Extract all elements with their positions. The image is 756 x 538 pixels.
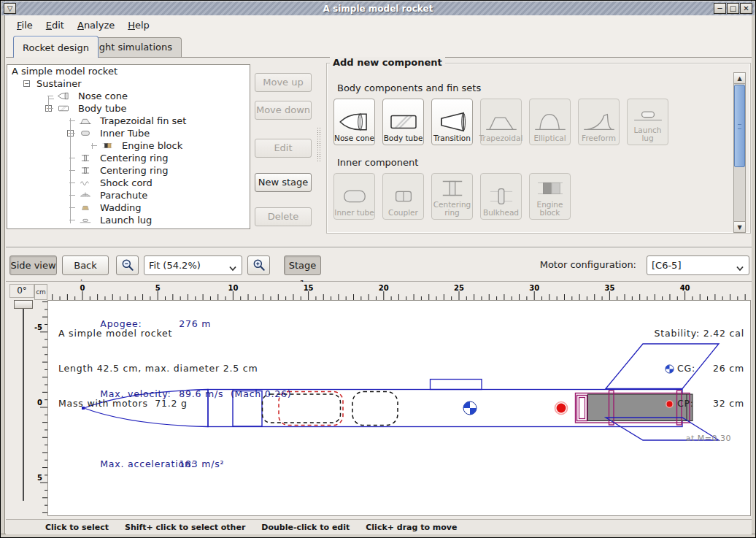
side-view-button[interactable]: Side view — [9, 255, 57, 275]
application-window: A simple model rocket ▽ ─□✕ FileEditAnal… — [0, 0, 756, 538]
component-tree-rows: − A simple model rocket − Sustainer − N — [7, 65, 250, 226]
component-button[interactable]: Trapezoidal — [480, 99, 522, 145]
scroll-up-icon[interactable]: ▲ — [734, 73, 745, 84]
component-button[interactable]: Bulkhead — [480, 173, 522, 220]
launch-lug-icon — [76, 215, 95, 225]
window-control-button[interactable]: □ — [727, 3, 739, 14]
collapse-icon[interactable]: − — [23, 80, 30, 87]
edit-button[interactable]: Edit — [255, 139, 312, 158]
cp-row: CP: 32 cm — [655, 398, 744, 410]
scrollbar-thumb[interactable] — [734, 85, 745, 167]
menu-item[interactable]: File — [12, 18, 38, 33]
tab-rocket-design[interactable]: Rocket design — [13, 36, 99, 58]
status-bar: Click to selectShift+ click to select ot… — [6, 519, 752, 534]
inner-tube-icon — [76, 128, 95, 138]
motor-configuration-value: [C6-5] — [652, 260, 736, 271]
component-button[interactable]: Nose cone — [333, 99, 375, 145]
rotation-angle-value: 0° — [9, 284, 34, 298]
window-menu-icon[interactable]: ▽ — [4, 3, 16, 14]
tree-item[interactable]: − Sustainer — [7, 77, 250, 90]
component-button[interactable]: Coupler — [382, 173, 424, 220]
tree-item[interactable]: − Shock cord — [7, 177, 250, 189]
menu-bar: FileEditAnalyzeHelp — [6, 15, 752, 34]
flight-summary: Apogee:276 m Max. velocity:89.6 m/s (Mac… — [58, 260, 292, 505]
svg-text:25: 25 — [454, 284, 464, 292]
cp-marker — [555, 402, 568, 415]
status-hint: Shift+ click to select other — [125, 523, 245, 532]
tree-item[interactable]: − Centering ring — [7, 152, 250, 164]
window-title: A simple model rocket — [1, 4, 755, 14]
tree-item[interactable]: − Parachute — [7, 189, 250, 201]
tab-row: Rocket design Flight simulations — [6, 34, 752, 57]
motor-configuration-select[interactable]: [C6-5] — [647, 255, 749, 275]
menu-item[interactable]: Help — [123, 18, 155, 33]
component-button[interactable]: Elliptical — [529, 99, 571, 145]
inner-tube-icon — [338, 184, 371, 209]
new-stage-button[interactable]: New stage — [255, 173, 312, 192]
rotation-slider-handle[interactable] — [14, 300, 33, 309]
component-button[interactable]: Freeform — [578, 99, 620, 145]
tree-item[interactable]: − Wadding — [7, 201, 250, 214]
flight-stat-label: Max. acceleration: — [100, 458, 179, 470]
component-tree[interactable]: − A simple model rocket − Sustainer − N — [7, 64, 250, 229]
flight-stat-row: Apogee:276 m — [58, 307, 292, 342]
tree-connector — [48, 99, 54, 99]
rocket-engine-block[interactable] — [577, 396, 587, 421]
tree-item[interactable]: − A simple model rocket — [7, 65, 250, 77]
move-up-button[interactable]: Move up — [255, 73, 312, 92]
delete-button[interactable]: Delete — [255, 207, 312, 226]
status-hint: Double-click to edit — [261, 523, 350, 532]
svg-text:20: 20 — [379, 284, 389, 292]
tree-item[interactable]: − Nose cone — [7, 90, 250, 102]
inner-component-label: Inner component — [337, 157, 418, 168]
trapezoidal-fin-icon — [76, 116, 95, 126]
svg-text:-5: -5 — [34, 323, 42, 331]
add-component-group: Add new component Body components and fi… — [326, 63, 751, 234]
component-button[interactable]: Launch lug — [627, 99, 668, 145]
rotation-slider-track[interactable] — [23, 301, 24, 501]
rocket-view-area: 0° cm 0510152025303540 -505 — [6, 282, 752, 519]
nose-cone-icon — [54, 91, 73, 101]
scroll-down-icon[interactable]: ▼ — [734, 221, 745, 232]
cg-value: 26 cm — [702, 363, 744, 374]
centering-ring-icon — [436, 176, 469, 201]
body-component-buttons: Nose cone Body tube Transition T — [333, 99, 668, 145]
cg-icon — [665, 364, 674, 374]
svg-text:15: 15 — [304, 284, 314, 292]
engine-block-icon — [98, 141, 117, 150]
tree-item[interactable]: − Inner Tube — [7, 127, 250, 139]
mach-condition: at M=0.30 — [655, 433, 731, 445]
menu-item[interactable]: Analyze — [72, 18, 120, 33]
svg-text:40: 40 — [680, 284, 690, 292]
move-down-button[interactable]: Move down — [255, 101, 312, 120]
window-frame-left — [1, 1, 5, 537]
window-control-button[interactable]: ─ — [714, 3, 726, 14]
component-button[interactable]: Inner tube — [333, 173, 375, 220]
transition-icon — [436, 109, 469, 134]
tree-connector — [92, 143, 93, 149]
freeform-fin-icon — [582, 109, 616, 134]
component-button[interactable]: Centering ring — [431, 173, 473, 220]
window-control-button[interactable]: ✕ — [740, 3, 752, 14]
component-button[interactable]: Engine block — [529, 173, 571, 220]
engine-block-icon — [533, 176, 567, 201]
tree-item[interactable]: − Engine block — [7, 139, 250, 152]
chevron-down-icon — [736, 263, 744, 269]
rocket-mass-component[interactable] — [352, 392, 398, 426]
menu-item[interactable]: Edit — [41, 18, 69, 33]
split-pane-divider[interactable] — [317, 127, 321, 162]
rocket-launch-lug[interactable] — [431, 380, 482, 390]
cg-row: CG: 26 cm — [655, 363, 744, 374]
ruler-unit-label: cm — [34, 284, 47, 300]
title-bar[interactable]: A simple model rocket ▽ ─□✕ — [1, 1, 755, 15]
tree-item[interactable]: − Body tube — [7, 102, 250, 115]
svg-text:5: 5 — [37, 474, 42, 482]
component-button[interactable]: Body tube — [382, 99, 424, 145]
tree-item[interactable]: − Trapezoidal fin set — [7, 115, 250, 127]
component-button[interactable]: Transition — [431, 99, 473, 145]
tree-item[interactable]: − Launch lug — [7, 214, 250, 226]
centering-ring-icon — [76, 166, 95, 175]
component-panel-scrollbar[interactable]: ▲ ▼ — [733, 72, 746, 233]
tree-item[interactable]: − Centering ring — [7, 164, 250, 177]
rocket-canvas[interactable]: A simple model rocket Length 42.5 cm, ma… — [47, 300, 751, 516]
